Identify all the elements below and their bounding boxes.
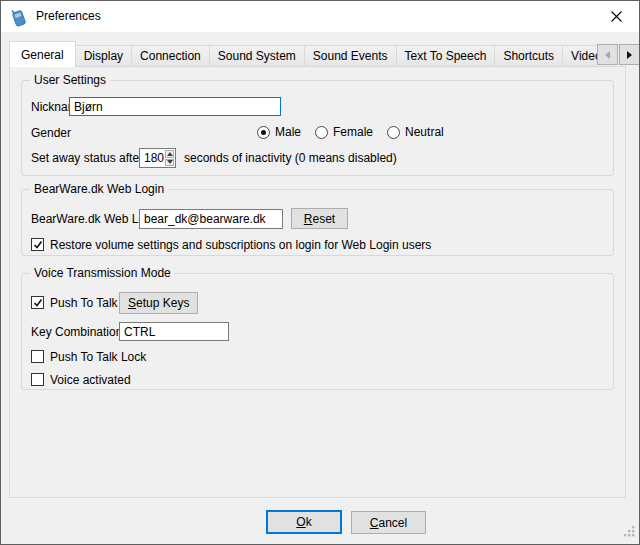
away-seconds-spinner[interactable]: 180 (139, 148, 176, 168)
tab-general[interactable]: General (9, 41, 76, 67)
tab-text-to-speech[interactable]: Text To Speech (396, 45, 496, 67)
push-to-talk-lock-label[interactable]: Push To Talk Lock (50, 350, 146, 365)
push-to-talk-lock-checkbox[interactable] (31, 350, 44, 363)
tab-scroll-right-button[interactable] (619, 44, 640, 65)
push-to-talk-checkbox[interactable] (31, 296, 44, 309)
tab-display[interactable]: Display (75, 45, 132, 67)
window-title: Preferences (36, 9, 101, 24)
cancel-button[interactable]: Cancel (351, 511, 426, 534)
key-combination-input[interactable] (119, 322, 229, 341)
radio-male-icon (257, 126, 270, 139)
voice-activated-label[interactable]: Voice activated (50, 373, 131, 388)
gender-radio-group: Male Female Neutral (257, 125, 444, 140)
resize-grip-icon[interactable] (622, 524, 636, 538)
tab-scroll-left-button[interactable] (597, 44, 618, 65)
away-status-label: Set away status after (31, 151, 143, 166)
tab-sound-system[interactable]: Sound System (209, 45, 305, 67)
tab-shortcuts[interactable]: Shortcuts (494, 45, 563, 67)
spinner-down-icon (167, 160, 173, 164)
push-to-talk-label[interactable]: Push To Talk (50, 296, 118, 311)
gender-label: Gender (31, 126, 71, 141)
close-button[interactable] (593, 1, 639, 32)
tab-scroll-left-icon (605, 51, 610, 59)
ok-button[interactable]: Ok (266, 510, 342, 534)
group-voice-transmission-title: Voice Transmission Mode (30, 266, 175, 281)
radio-female-icon (315, 126, 328, 139)
preferences-dialog: Preferences General Display Connection S… (0, 0, 640, 545)
away-status-suffix-label: seconds of inactivity (0 means disabled) (184, 151, 397, 166)
reset-button[interactable]: Reset (291, 208, 348, 229)
setup-keys-button[interactable]: Setup Keys (119, 292, 198, 314)
tab-video[interactable]: Video (562, 45, 597, 67)
checkmark-icon (33, 240, 43, 250)
spinner-up-button[interactable] (165, 150, 174, 158)
checkmark-icon (33, 298, 43, 308)
voice-activated-checkbox[interactable] (31, 373, 44, 386)
radio-neutral-icon (387, 126, 400, 139)
spinner-up-icon (167, 152, 173, 156)
restore-volume-checkbox[interactable] (31, 238, 44, 251)
group-web-login-title: BearWare.dk Web Login (30, 182, 168, 197)
close-icon (611, 11, 622, 22)
tab-sound-events[interactable]: Sound Events (304, 45, 397, 67)
tab-strip: General Display Connection Sound System … (9, 41, 597, 67)
away-seconds-value: 180 (140, 149, 164, 167)
title-bar[interactable]: Preferences (1, 1, 639, 32)
group-user-settings-title: User Settings (30, 73, 110, 88)
restore-volume-label[interactable]: Restore volume settings and subscription… (50, 238, 431, 253)
tab-connection[interactable]: Connection (131, 45, 210, 67)
spinner-down-button[interactable] (165, 159, 174, 167)
gender-radio-female[interactable]: Female (315, 125, 373, 140)
nickname-input[interactable] (69, 97, 281, 116)
teamtalk-walkie-talkie-icon (9, 7, 29, 27)
key-combination-label: Key Combination (31, 325, 122, 340)
tab-scroll-right-icon (627, 51, 632, 59)
gender-radio-neutral[interactable]: Neutral (387, 125, 444, 140)
web-login-id-input[interactable] (139, 209, 283, 229)
gender-radio-male[interactable]: Male (257, 125, 301, 140)
